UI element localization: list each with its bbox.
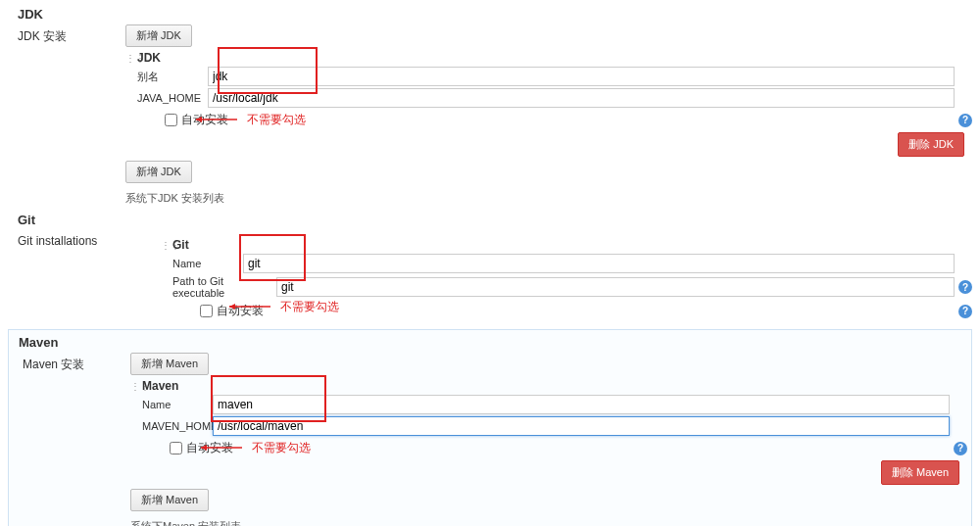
maven-home-label: MAVEN_HOME bbox=[130, 420, 213, 432]
maven-left-label: Maven 安装 bbox=[13, 353, 130, 526]
drag-handle-icon[interactable]: ⋮⋮ bbox=[161, 240, 169, 251]
maven-home-input[interactable] bbox=[213, 416, 950, 436]
delete-maven-button[interactable]: 删除 Maven bbox=[881, 460, 959, 485]
add-jdk-button[interactable]: 新增 JDK bbox=[125, 24, 192, 47]
jdk-home-input[interactable] bbox=[208, 88, 955, 108]
add-maven-button-2[interactable]: 新增 Maven bbox=[130, 489, 209, 511]
help-icon[interactable]: ? bbox=[958, 305, 972, 318]
jdk-alias-label: 别名 bbox=[125, 70, 208, 84]
jdk-list-text: 系统下JDK 安装列表 bbox=[125, 191, 972, 206]
jdk-section-title: JDK bbox=[8, 4, 972, 24]
drag-handle-icon[interactable]: ⋮⋮ bbox=[130, 381, 138, 392]
git-path-input[interactable] bbox=[276, 277, 955, 297]
maven-name-label: Name bbox=[130, 399, 213, 410]
git-path-label: Path to Git executable bbox=[161, 275, 276, 299]
git-name-label: Name bbox=[161, 258, 243, 269]
git-autoinstall-checkbox[interactable] bbox=[200, 305, 213, 317]
jdk-home-label: JAVA_HOME bbox=[125, 92, 208, 104]
maven-autoinstall-label: 自动安装 bbox=[186, 440, 233, 456]
maven-section-title: Maven bbox=[13, 332, 967, 353]
add-jdk-button-2[interactable]: 新增 JDK bbox=[125, 161, 192, 183]
drag-handle-icon[interactable]: ⋮⋮ bbox=[125, 53, 133, 64]
jdk-alias-input[interactable] bbox=[208, 67, 955, 86]
git-section-title: Git bbox=[8, 210, 972, 230]
git-tool-name: Git bbox=[172, 238, 189, 252]
maven-tool-name: Maven bbox=[142, 379, 178, 393]
help-icon[interactable]: ? bbox=[958, 280, 972, 294]
help-icon[interactable]: ? bbox=[954, 442, 967, 455]
maven-list-text: 系统下Maven 安装列表 bbox=[130, 519, 967, 526]
maven-name-input[interactable] bbox=[213, 395, 950, 414]
jdk-tool-name: JDK bbox=[137, 51, 161, 65]
git-name-input[interactable] bbox=[243, 254, 955, 273]
jdk-left-label: JDK 安装 bbox=[8, 24, 125, 206]
delete-jdk-button[interactable]: 删除 JDK bbox=[898, 132, 964, 157]
help-icon[interactable]: ? bbox=[958, 114, 972, 127]
git-left-label: Git installations bbox=[8, 230, 125, 323]
maven-autoinstall-checkbox[interactable] bbox=[170, 442, 182, 454]
jdk-autoinstall-label: 自动安装 bbox=[181, 112, 228, 128]
jdk-autoinstall-checkbox[interactable] bbox=[165, 114, 177, 126]
add-maven-button[interactable]: 新增 Maven bbox=[130, 353, 209, 375]
git-autoinstall-label: 自动安装 bbox=[217, 303, 264, 319]
